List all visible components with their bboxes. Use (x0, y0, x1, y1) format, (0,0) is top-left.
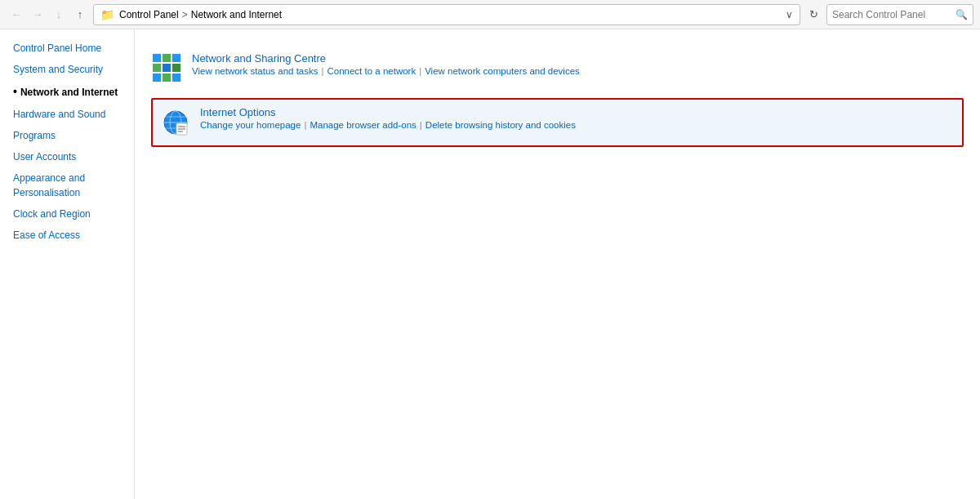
separator-3: | (304, 120, 306, 130)
svg-rect-0 (153, 54, 161, 62)
folder-icon: 📁 (100, 8, 114, 21)
search-box[interactable]: 🔍 (826, 4, 973, 25)
internet-icon-svg (163, 109, 189, 136)
svg-rect-5 (172, 64, 180, 72)
svg-rect-2 (172, 54, 180, 62)
sidebar-item-ease-of-access[interactable]: Ease of Access (0, 225, 134, 246)
network-icon-svg (153, 54, 182, 83)
forward-icon: → (33, 8, 43, 20)
recent-locations-button[interactable]: ↓ (49, 5, 69, 25)
separator-2: | (419, 66, 421, 76)
internet-options-info: Internet Options Change your homepage | … (200, 106, 576, 130)
connect-network-link[interactable]: Connect to a network (327, 66, 416, 76)
sidebar-item-system-and-security[interactable]: System and Security (0, 59, 134, 80)
svg-rect-7 (163, 74, 171, 82)
breadcrumb-separator: > (182, 9, 188, 20)
svg-rect-6 (153, 74, 161, 82)
content-area: Network and Sharing Centre View network … (135, 29, 980, 499)
separator-1: | (321, 66, 323, 76)
network-sharing-icon (151, 52, 184, 85)
internet-options-row: Internet Options Change your homepage | … (159, 103, 956, 142)
up-button[interactable]: ↑ (70, 5, 90, 25)
sidebar-item-programs[interactable]: Programs (0, 125, 134, 146)
network-sharing-row: Network and Sharing Centre View network … (151, 46, 964, 91)
delete-history-link[interactable]: Delete browsing history and cookies (425, 120, 576, 130)
view-network-link[interactable]: View network status and tasks (192, 66, 318, 76)
network-sharing-links: View network status and tasks | Connect … (192, 66, 580, 76)
back-button[interactable]: ← (7, 5, 26, 25)
refresh-button[interactable]: ↻ (804, 5, 823, 25)
sidebar-item-appearance[interactable]: Appearance and Personalisation (0, 167, 134, 203)
sidebar-item-hardware-and-sound[interactable]: Hardware and Sound (0, 104, 134, 125)
address-path[interactable]: 📁 Control Panel > Network and Internet ∨ (93, 4, 800, 25)
forward-button[interactable]: → (28, 5, 47, 25)
internet-options-section: Internet Options Change your homepage | … (151, 98, 964, 147)
address-bar: ← → ↓ ↑ 📁 Control Panel > Network and In… (0, 0, 980, 29)
svg-rect-1 (163, 54, 171, 62)
separator-4: | (420, 120, 422, 130)
view-computers-link[interactable]: View network computers and devices (425, 66, 580, 76)
refresh-icon: ↻ (809, 8, 818, 20)
sidebar-item-user-accounts[interactable]: User Accounts (0, 146, 134, 167)
breadcrumb-current: Network and Internet (191, 9, 282, 20)
svg-rect-8 (172, 74, 180, 82)
down-icon: ↓ (56, 8, 62, 20)
up-icon: ↑ (78, 8, 83, 20)
network-sharing-title[interactable]: Network and Sharing Centre (192, 52, 580, 65)
back-icon: ← (11, 8, 22, 20)
search-input[interactable] (832, 9, 956, 20)
search-icon: 🔍 (956, 9, 968, 20)
internet-options-icon (159, 106, 192, 139)
sidebar-item-clock-and-region[interactable]: Clock and Region (0, 203, 134, 225)
main-container: Control Panel Home System and Security N… (0, 29, 980, 499)
change-homepage-link[interactable]: Change your homepage (200, 120, 301, 130)
sidebar-item-network-and-internet[interactable]: Network and Internet (0, 80, 134, 104)
sidebar: Control Panel Home System and Security N… (0, 29, 135, 499)
sidebar-item-control-panel-home[interactable]: Control Panel Home (0, 38, 134, 59)
network-sharing-info: Network and Sharing Centre View network … (192, 52, 580, 76)
breadcrumb-control-panel[interactable]: Control Panel (119, 9, 179, 20)
internet-options-title[interactable]: Internet Options (200, 106, 576, 118)
svg-rect-4 (163, 64, 171, 72)
internet-options-links: Change your homepage | Manage browser ad… (200, 120, 576, 130)
svg-rect-3 (153, 64, 161, 72)
dropdown-arrow-icon[interactable]: ∨ (786, 9, 793, 20)
manage-addons-link[interactable]: Manage browser add-ons (310, 120, 416, 130)
nav-buttons: ← → ↓ ↑ (7, 5, 90, 25)
network-sharing-section: Network and Sharing Centre View network … (151, 42, 964, 95)
